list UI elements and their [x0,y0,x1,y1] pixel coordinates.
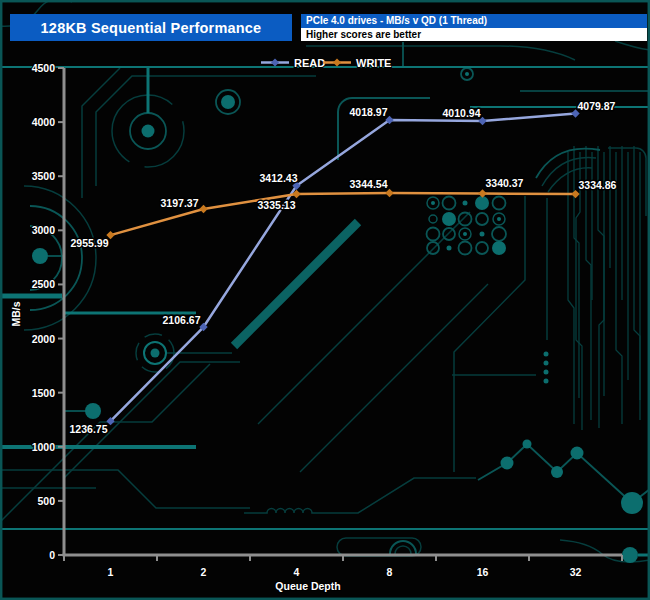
write-marker [571,190,579,198]
legend-write-marker-icon [333,59,341,67]
x-axis-title: Queue Depth [275,580,340,592]
y-tick-label: 4500 [32,62,56,74]
x-tick-label: 1 [108,566,114,578]
y-tick-label: 3500 [32,170,56,182]
read-data-label: 1236.75 [70,423,108,435]
chart-subtitle: PCIe 4.0 drives - MB/s v QD (1 Thread) [306,15,487,26]
read-data-label: 2106.67 [163,314,201,326]
read-data-label: 4010.94 [443,107,481,119]
read-series-line [111,113,576,421]
legend-read-label: READ [294,57,325,69]
write-marker [478,189,486,197]
x-tick-label: 32 [570,566,582,578]
y-tick-label: 2500 [32,278,56,290]
x-tick-label: 2 [201,566,207,578]
write-data-label: 2955.99 [71,237,109,249]
y-tick-label: 2000 [32,333,56,345]
performance-chart: 0500100015002000250030003500400045001248… [0,0,650,600]
chart-subtitle-bar: PCIe 4.0 drives - MB/s v QD (1 Thread) [301,14,647,28]
y-axis-title: MB/s [10,301,22,326]
write-data-label: 3335.13 [258,199,296,211]
write-marker [199,205,207,213]
read-data-label: 4018.97 [350,106,388,118]
x-tick-label: 4 [294,566,300,578]
legend-read-marker-icon [271,59,279,67]
y-tick-label: 3000 [32,224,56,236]
benchmark-chart-screenshot: 0500100015002000250030003500400045001248… [0,0,650,600]
write-data-label: 3334.86 [579,179,617,191]
write-data-label: 3344.54 [350,178,388,190]
chart-title-box: 128KB Sequential Performance [10,14,292,41]
write-data-label: 3340.37 [486,177,524,189]
read-data-label: 3412.43 [260,172,298,184]
y-tick-label: 1500 [32,387,56,399]
y-tick-label: 4000 [32,116,56,128]
chart-note-bar: Higher scores are better [301,28,647,41]
x-tick-label: 8 [387,566,393,578]
legend-write-label: WRITE [356,57,391,69]
y-tick-label: 0 [49,549,55,561]
y-tick-label: 500 [37,495,55,507]
chart-title: 128KB Sequential Performance [41,20,262,36]
x-tick-label: 16 [477,566,489,578]
write-marker [385,189,393,197]
y-tick-label: 1000 [32,441,56,453]
read-data-label: 4079.87 [578,100,616,112]
chart-note: Higher scores are better [306,29,421,40]
write-data-label: 3197.37 [161,197,199,209]
